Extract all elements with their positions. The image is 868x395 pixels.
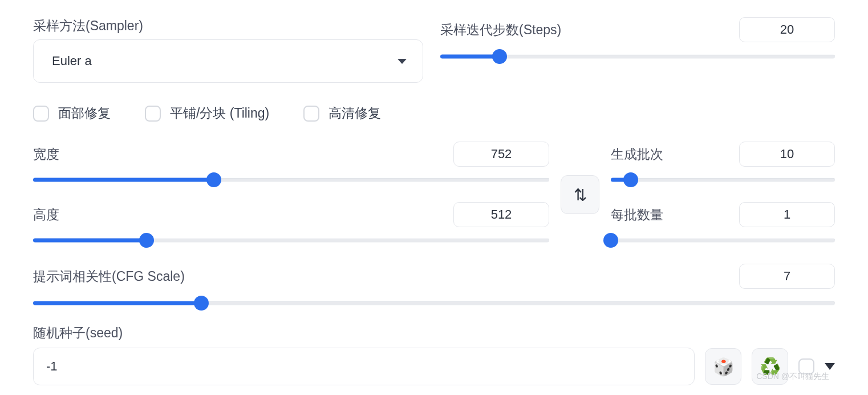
steps-input[interactable] xyxy=(739,17,835,42)
width-slider[interactable] xyxy=(33,172,549,187)
sampler-select[interactable]: Euler a xyxy=(33,39,423,83)
width-input[interactable] xyxy=(453,142,549,167)
batch-count-input[interactable] xyxy=(739,142,835,167)
sampler-label: 采样方法(Sampler) xyxy=(33,17,423,35)
chevron-down-icon xyxy=(398,59,407,64)
sampler-field: 采样方法(Sampler) Euler a xyxy=(33,17,423,83)
chevron-down-icon[interactable] xyxy=(825,363,835,370)
face-restore-checkbox[interactable] xyxy=(33,106,49,122)
batch-size-label: 每批数量 xyxy=(611,206,663,224)
width-label: 宽度 xyxy=(33,146,59,163)
seed-input[interactable] xyxy=(33,348,695,385)
height-input[interactable] xyxy=(453,202,549,227)
width-field: 宽度 xyxy=(33,142,549,187)
swap-dimensions-button[interactable]: ⇅ xyxy=(561,175,599,214)
sampler-value: Euler a xyxy=(52,54,92,68)
steps-label: 采样迭代步数(Steps) xyxy=(440,21,561,39)
steps-field: 采样迭代步数(Steps) xyxy=(440,17,835,64)
random-seed-button[interactable]: 🎲 xyxy=(705,348,741,385)
height-label: 高度 xyxy=(33,206,59,224)
steps-slider[interactable] xyxy=(440,49,835,64)
slider-fill xyxy=(440,55,500,59)
watermark-text: CSDN @不叫猫先生 xyxy=(756,372,829,382)
cfg-slider[interactable] xyxy=(33,296,835,311)
tiling-label: 平铺/分块 (Tiling) xyxy=(170,104,269,122)
height-field: 高度 xyxy=(33,202,549,248)
tiling-checkbox[interactable] xyxy=(145,106,161,122)
seed-label: 随机种子(seed) xyxy=(33,324,835,342)
hires-fix-label: 高清修复 xyxy=(328,104,381,122)
slider-thumb[interactable] xyxy=(492,49,507,64)
dice-icon: 🎲 xyxy=(713,357,734,377)
batch-count-label: 生成批次 xyxy=(611,146,663,163)
height-slider[interactable] xyxy=(33,233,549,248)
batch-size-field: 每批数量 xyxy=(611,202,835,248)
checkbox-row: 面部修复 平铺/分块 (Tiling) 高清修复 xyxy=(33,104,835,122)
hires-fix-checkbox[interactable] xyxy=(303,106,319,122)
batch-size-slider[interactable] xyxy=(611,233,835,248)
swap-icon: ⇅ xyxy=(574,186,587,204)
batch-size-input[interactable] xyxy=(739,202,835,227)
batch-count-field: 生成批次 xyxy=(611,142,835,187)
batch-count-slider[interactable] xyxy=(611,172,835,187)
cfg-input[interactable] xyxy=(739,264,835,289)
cfg-label: 提示词相关性(CFG Scale) xyxy=(33,268,185,285)
face-restore-label: 面部修复 xyxy=(58,104,111,122)
cfg-field: 提示词相关性(CFG Scale) xyxy=(33,264,835,311)
